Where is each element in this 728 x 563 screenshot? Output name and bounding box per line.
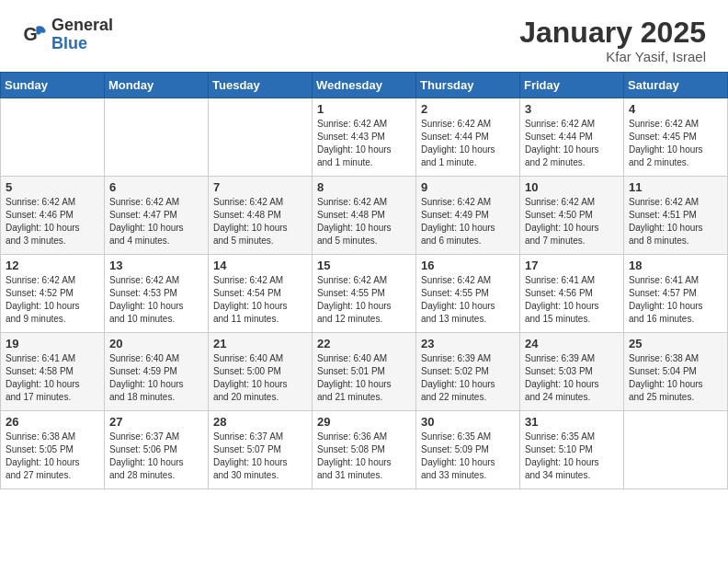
calendar-cell: 4Sunrise: 6:42 AM Sunset: 4:45 PM Daylig… [624, 98, 728, 177]
day-number: 20 [109, 337, 203, 350]
day-number: 1 [317, 102, 411, 116]
weekday-header-thursday: Thursday [416, 73, 520, 98]
weekday-header-sunday: Sunday [1, 73, 105, 98]
day-info: Sunrise: 6:38 AM Sunset: 5:04 PM Dayligh… [629, 352, 722, 404]
day-info: Sunrise: 6:42 AM Sunset: 4:55 PM Dayligh… [421, 274, 515, 326]
month-title: January 2025 [519, 17, 706, 49]
day-number: 21 [213, 337, 307, 350]
calendar-cell: 19Sunrise: 6:41 AM Sunset: 4:58 PM Dayli… [1, 333, 105, 411]
calendar-cell: 20Sunrise: 6:40 AM Sunset: 4:59 PM Dayli… [105, 333, 209, 411]
day-info: Sunrise: 6:38 AM Sunset: 5:05 PM Dayligh… [6, 431, 99, 482]
weekday-header-friday: Friday [520, 73, 624, 98]
calendar-cell: 6Sunrise: 6:42 AM Sunset: 4:47 PM Daylig… [105, 177, 209, 255]
calendar-cell: 13Sunrise: 6:42 AM Sunset: 4:53 PM Dayli… [105, 255, 209, 333]
day-info: Sunrise: 6:42 AM Sunset: 4:53 PM Dayligh… [109, 274, 203, 326]
calendar-cell: 9Sunrise: 6:42 AM Sunset: 4:49 PM Daylig… [416, 177, 520, 255]
logo-general: General [51, 17, 113, 35]
day-number: 27 [109, 415, 203, 429]
day-number: 4 [629, 102, 722, 116]
day-info: Sunrise: 6:40 AM Sunset: 4:59 PM Dayligh… [109, 352, 203, 404]
logo-icon: G [22, 22, 48, 48]
day-number: 11 [629, 180, 722, 194]
weekday-header-monday: Monday [105, 73, 209, 98]
day-info: Sunrise: 6:42 AM Sunset: 4:47 PM Dayligh… [109, 196, 203, 247]
day-number: 10 [525, 180, 619, 194]
day-info: Sunrise: 6:42 AM Sunset: 4:43 PM Dayligh… [317, 118, 411, 169]
calendar-cell [1, 98, 105, 177]
day-info: Sunrise: 6:42 AM Sunset: 4:45 PM Dayligh… [629, 118, 722, 169]
day-info: Sunrise: 6:40 AM Sunset: 5:01 PM Dayligh… [317, 352, 411, 404]
weekday-header-saturday: Saturday [624, 73, 728, 98]
day-number: 16 [421, 259, 515, 272]
day-number: 28 [213, 415, 307, 429]
day-number: 24 [525, 337, 619, 350]
day-info: Sunrise: 6:42 AM Sunset: 4:52 PM Dayligh… [6, 274, 99, 326]
day-info: Sunrise: 6:42 AM Sunset: 4:55 PM Dayligh… [317, 274, 411, 326]
day-number: 30 [421, 415, 515, 429]
day-number: 19 [6, 337, 99, 350]
calendar-cell: 16Sunrise: 6:42 AM Sunset: 4:55 PM Dayli… [416, 255, 520, 333]
calendar-cell: 21Sunrise: 6:40 AM Sunset: 5:00 PM Dayli… [209, 333, 313, 411]
day-info: Sunrise: 6:41 AM Sunset: 4:56 PM Dayligh… [525, 274, 619, 326]
day-number: 26 [6, 415, 99, 429]
calendar-cell: 31Sunrise: 6:35 AM Sunset: 5:10 PM Dayli… [520, 411, 624, 489]
calendar-cell: 25Sunrise: 6:38 AM Sunset: 5:04 PM Dayli… [624, 333, 728, 411]
logo-blue: Blue [51, 35, 113, 53]
calendar-cell [209, 98, 313, 177]
day-number: 17 [525, 259, 619, 272]
calendar-cell: 26Sunrise: 6:38 AM Sunset: 5:05 PM Dayli… [1, 411, 105, 489]
calendar-cell: 14Sunrise: 6:42 AM Sunset: 4:54 PM Dayli… [209, 255, 313, 333]
calendar-cell: 10Sunrise: 6:42 AM Sunset: 4:50 PM Dayli… [520, 177, 624, 255]
weekday-header-tuesday: Tuesday [209, 73, 313, 98]
day-number: 14 [213, 259, 307, 272]
day-info: Sunrise: 6:37 AM Sunset: 5:07 PM Dayligh… [213, 431, 307, 482]
day-info: Sunrise: 6:42 AM Sunset: 4:48 PM Dayligh… [213, 196, 307, 247]
week-row-3: 12Sunrise: 6:42 AM Sunset: 4:52 PM Dayli… [1, 255, 728, 333]
calendar-cell: 11Sunrise: 6:42 AM Sunset: 4:51 PM Dayli… [624, 177, 728, 255]
day-number: 12 [6, 259, 99, 272]
week-row-5: 26Sunrise: 6:38 AM Sunset: 5:05 PM Dayli… [1, 411, 728, 489]
day-info: Sunrise: 6:41 AM Sunset: 4:57 PM Dayligh… [629, 274, 722, 326]
location: Kfar Yasif, Israel [519, 49, 706, 64]
weekday-header-wednesday: Wednesday [313, 73, 416, 98]
day-info: Sunrise: 6:42 AM Sunset: 4:44 PM Dayligh… [525, 118, 619, 169]
calendar-cell: 5Sunrise: 6:42 AM Sunset: 4:46 PM Daylig… [1, 177, 105, 255]
week-row-4: 19Sunrise: 6:41 AM Sunset: 4:58 PM Dayli… [1, 333, 728, 411]
weekday-header-row: SundayMondayTuesdayWednesdayThursdayFrid… [1, 73, 728, 98]
day-number: 18 [629, 259, 722, 272]
calendar-cell: 28Sunrise: 6:37 AM Sunset: 5:07 PM Dayli… [209, 411, 313, 489]
day-number: 31 [525, 415, 619, 429]
calendar-cell [105, 98, 209, 177]
calendar-cell: 3Sunrise: 6:42 AM Sunset: 4:44 PM Daylig… [520, 98, 624, 177]
day-info: Sunrise: 6:42 AM Sunset: 4:48 PM Dayligh… [317, 196, 411, 247]
calendar-cell: 17Sunrise: 6:41 AM Sunset: 4:56 PM Dayli… [520, 255, 624, 333]
calendar-cell: 2Sunrise: 6:42 AM Sunset: 4:44 PM Daylig… [416, 98, 520, 177]
day-info: Sunrise: 6:41 AM Sunset: 4:58 PM Dayligh… [6, 352, 99, 404]
day-info: Sunrise: 6:42 AM Sunset: 4:49 PM Dayligh… [421, 196, 515, 247]
day-number: 2 [421, 102, 515, 116]
day-number: 23 [421, 337, 515, 350]
day-info: Sunrise: 6:42 AM Sunset: 4:46 PM Dayligh… [6, 196, 99, 247]
day-number: 7 [213, 180, 307, 194]
week-row-2: 5Sunrise: 6:42 AM Sunset: 4:46 PM Daylig… [1, 177, 728, 255]
calendar-cell: 15Sunrise: 6:42 AM Sunset: 4:55 PM Dayli… [313, 255, 416, 333]
day-info: Sunrise: 6:39 AM Sunset: 5:03 PM Dayligh… [525, 352, 619, 404]
day-number: 13 [109, 259, 203, 272]
day-number: 8 [317, 180, 411, 194]
day-number: 3 [525, 102, 619, 116]
day-number: 22 [317, 337, 411, 350]
calendar-cell: 30Sunrise: 6:35 AM Sunset: 5:09 PM Dayli… [416, 411, 520, 489]
day-number: 9 [421, 180, 515, 194]
calendar-cell: 12Sunrise: 6:42 AM Sunset: 4:52 PM Dayli… [1, 255, 105, 333]
page-header: G General Blue January 2025 Kfar Yasif, … [0, 0, 728, 72]
calendar-cell [624, 411, 728, 489]
day-info: Sunrise: 6:40 AM Sunset: 5:00 PM Dayligh… [213, 352, 307, 404]
calendar-cell: 29Sunrise: 6:36 AM Sunset: 5:08 PM Dayli… [313, 411, 416, 489]
day-info: Sunrise: 6:36 AM Sunset: 5:08 PM Dayligh… [317, 431, 411, 482]
calendar: SundayMondayTuesdayWednesdayThursdayFrid… [0, 72, 728, 489]
calendar-cell: 18Sunrise: 6:41 AM Sunset: 4:57 PM Dayli… [624, 255, 728, 333]
calendar-cell: 24Sunrise: 6:39 AM Sunset: 5:03 PM Dayli… [520, 333, 624, 411]
day-info: Sunrise: 6:35 AM Sunset: 5:09 PM Dayligh… [421, 431, 515, 482]
day-info: Sunrise: 6:42 AM Sunset: 4:44 PM Dayligh… [421, 118, 515, 169]
day-number: 6 [109, 180, 203, 194]
